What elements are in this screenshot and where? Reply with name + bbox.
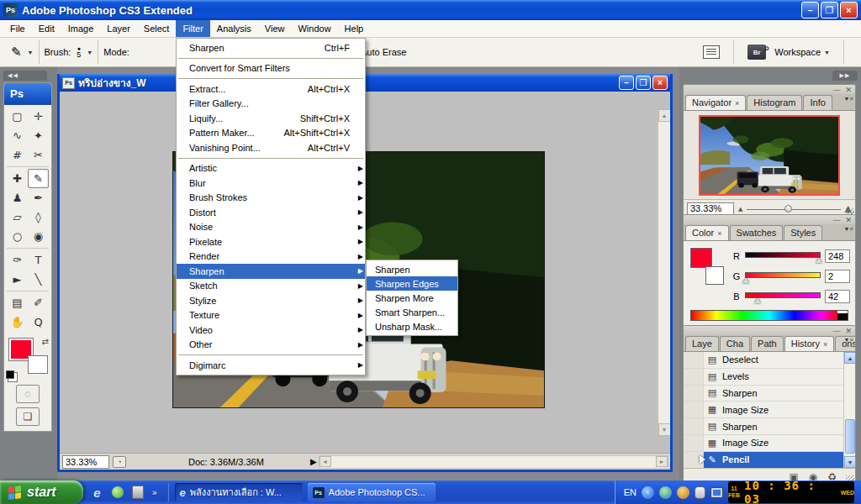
navigator-tab-histogram[interactable]: Histogram [747,95,802,110]
tab-close-icon[interactable]: × [735,99,739,108]
volume-icon[interactable] [677,486,689,499]
start-button[interactable]: start [0,480,83,504]
color-spectrum-ramp[interactable] [690,310,848,321]
filter-menu-item-noise[interactable]: Noise▶ [177,220,365,235]
scroll-left-icon[interactable]: ◄ [320,456,331,467]
history-tab-laye[interactable]: Laye [685,336,719,351]
doc-minimize-button[interactable]: – [619,76,634,90]
filter-menu-item-vanishing-point[interactable]: Vanishing Point...Alt+Ctrl+V [177,140,365,155]
history-state-row[interactable]: ▤Sharpen [684,386,855,402]
toggle-palettes-icon[interactable] [703,45,720,59]
tab-close-icon[interactable]: × [823,340,827,349]
go-to-bridge-icon[interactable]: Br [747,45,766,60]
filter-menu-item-liquify[interactable]: Liquify...Shift+Ctrl+X [177,111,365,126]
scroll-down-icon[interactable]: ▼ [844,456,855,468]
panel-close-icon[interactable]: ✕ [845,328,852,335]
menu-window[interactable]: Window [291,20,337,37]
taskbar-button-ps[interactable]: PsAdobe Photoshop CS... [308,483,436,501]
filter-menu-item-sketch[interactable]: Sketch▶ [177,279,365,294]
history-state-row[interactable]: ✎Pencil [684,452,855,468]
filter-menu-item-brush-strokes[interactable]: Brush Strokes▶ [177,191,365,206]
slice-tool[interactable]: ✂ [28,145,49,165]
workspace-dropdown[interactable]: Workspace ▼ [774,47,830,57]
zoom-out-icon[interactable]: ▲ [738,206,742,213]
filter-menu-item-pattern-maker[interactable]: Pattern Maker...Alt+Shift+Ctrl+X [177,126,365,141]
filter-menu-item-pixelate[interactable]: Pixelate▶ [177,234,365,249]
slider-thumb[interactable] [784,205,792,213]
panel-minimize-icon[interactable]: — [832,217,840,224]
vertical-scrollbar[interactable]: ▲ ▼ [658,109,670,436]
zoom-tool[interactable]: Q [28,312,49,332]
zoom-level-field[interactable]: 33.33% [62,455,109,469]
menu-image[interactable]: Image [61,20,101,37]
filter-menu-item-stylize[interactable]: Stylize▶ [177,293,365,308]
filter-menu-item-distort[interactable]: Distort▶ [177,205,365,220]
foreground-color-swatch[interactable] [690,248,712,268]
history-scrollbar[interactable]: ▲ ▼ [843,352,855,468]
filter-menu-item-artistic[interactable]: Artistic▶ [177,161,365,176]
panel-close-icon[interactable]: ✕ [845,87,852,94]
submenu-item-sharpen-edges[interactable]: Sharpen Edges [367,276,457,291]
chevron-down-icon[interactable]: ▼ [87,50,92,55]
language-indicator[interactable]: EN [624,487,637,497]
channel-value-field[interactable]: 42 [825,290,850,303]
healing-brush-tool[interactable]: ✚ [7,169,28,188]
navigator-thumbnail[interactable] [699,115,840,196]
swap-colors-icon[interactable]: ⇄ [42,337,49,346]
submenu-item-sharpen[interactable]: Sharpen [367,262,457,276]
filter-menu-item-sharpen[interactable]: SharpenCtrl+F [177,40,365,55]
history-tab-history[interactable]: History× [784,336,835,351]
collapse-toolbox-button[interactable]: ◀◀ [3,71,47,81]
display-settings-icon[interactable] [710,487,723,498]
close-button[interactable]: × [840,2,858,18]
history-source-checkbox[interactable] [684,435,704,451]
status-arrow-icon[interactable]: ▶ [310,457,317,466]
tab-close-icon[interactable]: × [717,229,721,238]
rectangular-marquee-tool[interactable]: ▢ [7,107,28,126]
navigator-tab-navigator[interactable]: Navigator× [685,95,746,110]
pencil-tool[interactable]: ✎ [28,169,49,188]
history-state-row[interactable]: ▤Sharpen [684,418,855,435]
filter-menu-item-digimarc[interactable]: Digimarc▶ [177,358,365,373]
filter-menu-item-filter-gallery[interactable]: Filter Gallery... [177,97,365,112]
navigator-tab-info[interactable]: Info [803,95,832,110]
history-source-checkbox[interactable] [684,352,704,368]
history-source-checkbox[interactable] [684,402,704,417]
channel-slider-b[interactable] [745,290,821,303]
menu-analysis[interactable]: Analysis [210,20,258,37]
panel-menu-icon[interactable]: ▼≡ [843,97,853,108]
slider-marker[interactable] [816,258,822,263]
menu-file[interactable]: File [3,20,32,37]
filter-menu-item-other[interactable]: Other▶ [177,338,365,353]
history-source-checkbox[interactable] [684,369,704,385]
panel-menu-icon[interactable]: ▼≡ [843,228,853,238]
messenger-status-icon[interactable]: ‹ [642,486,654,499]
filter-menu-item-texture[interactable]: Texture▶ [177,308,365,323]
move-tool[interactable]: ✛ [28,107,49,126]
filter-menu-item-blur[interactable]: Blur▶ [177,176,365,191]
menu-help[interactable]: Help [338,20,371,37]
clone-stamp-tool[interactable]: ♟ [7,188,28,207]
scroll-down-icon[interactable]: ▼ [658,423,671,436]
color-tab-swatches[interactable]: Swatches [730,225,784,240]
history-source-checkbox[interactable] [684,386,704,402]
submenu-item-unsharp-mask[interactable]: Unsharp Mask... [367,319,457,333]
scroll-thumb[interactable] [845,419,855,454]
menu-filter[interactable]: Filter [176,20,209,37]
doc-close-button[interactable]: × [652,76,668,90]
navigator-zoom-field[interactable]: 33.33% [687,202,734,215]
doc-maximize-button[interactable]: ❐ [636,76,651,90]
hand-tool[interactable]: ✋ [7,312,28,332]
quick-launch-app-icon[interactable] [132,486,144,499]
tool-preset-picker[interactable]: ✎ ▼ [8,44,34,60]
screen-mode-button[interactable]: ❏ [16,407,40,426]
history-state-row[interactable]: ▤Deselect [684,352,855,369]
menu-select[interactable]: Select [137,20,177,37]
quick-launch-overflow-icon[interactable]: » [152,488,157,497]
maximize-button[interactable]: ❐ [821,2,838,18]
path-selection-tool[interactable]: ► [7,270,28,289]
collapse-dock-button[interactable]: ▶▶ [832,71,858,81]
channel-slider-g[interactable] [745,270,821,283]
magic-wand-tool[interactable]: ✦ [28,126,49,145]
filter-menu-item-convert-for-smart-filters[interactable]: Convert for Smart Filters [177,61,365,76]
